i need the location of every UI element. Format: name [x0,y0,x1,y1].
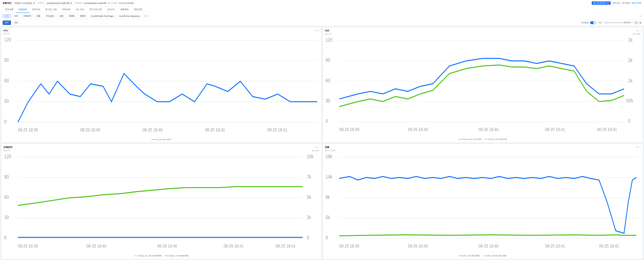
tab-more-btn[interactable]: ▼ [143,14,148,18]
top-nav: 诊断优化 TDSQL-C for MySQL ▼ 实例 ID cynosdbmy… [0,0,644,6]
menu-item-slow-sql[interactable]: 慢 SQL 分析 [43,6,60,13]
grid-view-icon[interactable]: ⊞ [639,21,642,24]
menu-item-exception[interactable]: 异常诊断 [2,6,16,13]
storage-chart-title: 存储使用 [3,146,12,149]
svg-text:09-25 18:41: 09-25 18:41 [267,127,287,132]
db-type-select[interactable]: TDSQL-C for MySQL ▼ [13,2,36,5]
storage-chart-area: 120 90 60 30 0 10k 7k 5k 2k 0 08-25 18:3… [3,152,319,254]
cpu-close-btn[interactable]: × [318,29,319,32]
svg-text:08-25 18:41: 08-25 18:41 [205,127,225,132]
access-value: 172.21.16.9:3306 [119,2,134,4]
event-log-link[interactable]: 邮件记录 [613,2,620,4]
auto-refresh-label: 自动刷新 [581,21,589,24]
svg-text:30: 30 [4,98,9,104]
svg-text:0: 0 [4,119,6,124]
memory-use-line [484,139,488,140]
cpu-chart-card: CPU ↺ × 单位 (%) 120 90 60 30 0 [1,27,321,142]
menu-item-report[interactable]: 报告设置 [132,6,145,13]
svg-text:08-25 18:40: 08-25 18:40 [80,127,100,132]
instance-id-select[interactable]: cynosdbmysql-ins-bj5rodfh ▼ [45,2,74,5]
menu-item-session[interactable]: 实时会话 [30,6,43,13]
traffic-refresh-btn[interactable]: ↺ [636,146,638,148]
svg-text:5k: 5k [326,214,330,220]
cpu-refresh-btn[interactable]: ↺ [315,29,317,32]
memory-legend-use: memory_use (内存占用) [484,138,507,140]
memory-rate-line [458,139,462,140]
svg-text:0: 0 [628,118,630,124]
svg-text:2k: 2k [628,37,633,43]
tab-innodb-buffer[interactable]: InnoDB Buffer Pool Pages [89,14,116,18]
svg-text:08-25 18:39: 08-25 18:39 [18,127,38,132]
svg-text:2k: 2k [628,57,633,63]
menu-item-autonomy[interactable]: 自治中心 [104,6,118,13]
svg-text:0: 0 [326,235,328,240]
realtime-btn[interactable]: 实时 [2,20,11,25]
svg-text:0: 0 [307,235,309,240]
memory-legend-rate: memory_use_rate (内存) [458,138,482,140]
svg-text:595: 595 [626,98,633,104]
tab-memory[interactable]: 内存 [12,14,20,18]
svg-text:08-25 18:41: 08-25 18:41 [276,243,296,249]
menu-item-sql-opt[interactable]: SQL 优化 [73,6,87,13]
menu-item-space[interactable]: 空间分析 [60,6,73,13]
traffic-chart-title: 流量 [325,146,329,149]
tab-slow-query[interactable]: 慢查询 [78,14,88,18]
tab-requests[interactable]: 请求数 [67,14,77,18]
svg-text:0: 0 [4,235,6,240]
tab-bar: CPU 内存 存储使用 流量 TPS/QPS 连接 请求数 慢查询 InnoDB… [0,13,644,20]
tab-innodb-row[interactable]: InnoDB Row Operations [117,14,142,18]
user-guide-link[interactable]: 用户指南 [622,2,630,4]
chart-link-toggle[interactable] [632,21,638,24]
cpu-chart-actions: ↺ × [315,29,319,32]
storage-use-line [165,256,168,256]
svg-text:30: 30 [4,214,9,220]
storage-chart-actions: ↺ × [315,146,319,148]
tab-connections[interactable]: 连接 [58,14,66,18]
contact-link[interactable]: 联系人管理 [632,2,642,4]
history-btn[interactable]: 历史 [12,21,20,25]
memory-svg: 120 90 60 30 0 2k 2k 1k 595 0 08-25 18:3… [325,36,641,137]
memory-chart-legend: memory_use_rate (内存) memory_use (内存占用) [325,138,641,140]
traffic-chart-card: 流量 ↺ × 单位 (字节/秒) 18k 14k 9k 5k 0 08-25 1… [323,144,643,259]
menu-item-performance[interactable]: 性能趋势 [16,6,30,13]
tab-bar-right: ⟳ [640,15,642,17]
memory-chart-title: 内存 [325,29,329,32]
tab-tps-qps[interactable]: TPS/QPS [44,14,56,18]
traffic-close-btn[interactable]: × [639,146,641,148]
traffic-sent-line [459,256,462,256]
menu-item-audit[interactable]: 审计日志分析 [87,6,104,13]
svg-text:90: 90 [4,174,9,180]
access-label: 接入点地址 [108,2,118,4]
storage-y-label-left: 单位 (%) [3,149,10,152]
storage-y-label-right: 单位 (MB) [312,149,319,152]
more-btn[interactable]: ··· [135,2,136,4]
tab-cpu[interactable]: CPU [2,14,11,18]
memory-refresh-btn[interactable]: ↺ [636,30,638,32]
svg-text:08-25 18:39: 08-25 18:39 [18,243,38,249]
storage-legend-rate: storage_use_rate (存储使用率) [134,254,162,257]
menu-item-health[interactable]: 健康报告 [118,6,132,13]
memory-close-btn[interactable]: × [639,30,641,32]
svg-text:08-25 18:40: 08-25 18:40 [408,127,428,132]
svg-text:08-25 18:41: 08-25 18:41 [545,127,565,132]
refresh-icon[interactable]: ⟳ [640,15,642,17]
interval-select[interactable]: 5秒 [597,21,603,24]
traffic-legend-recv: bytes_received (输入流量) [482,254,507,257]
storage-legend-use: storage_use (存储使用量) [165,254,189,257]
storage-refresh-btn[interactable]: ↺ [315,146,317,148]
top-nav-left: 诊断优化 TDSQL-C for MySQL ▼ 实例 ID cynosdbmy… [2,2,136,5]
svg-text:0: 0 [326,118,328,124]
storage-close-btn[interactable]: × [318,146,319,148]
menu-bar: 异常诊断 性能趋势 实时会话 慢 SQL 分析 空间分析 SQL 优化 审计日志… [0,6,644,13]
memory-chart-header: 内存 ↺ × [325,29,641,32]
svg-text:18k: 18k [326,154,332,159]
tab-traffic[interactable]: 流量 [34,14,42,18]
cpu-chart-header: CPU ↺ × [3,29,319,32]
tab-storage[interactable]: 存储使用 [21,14,33,18]
memory-y-label-right: 单位 (MB) [633,33,641,36]
auto-refresh-toggle[interactable] [590,21,596,24]
cpu-chart-area: 120 90 60 30 0 08-25 18:39 08-25 18:40 0… [3,35,319,138]
new-feature-btn[interactable]: 🔔 新功能速递 4 [592,2,611,5]
svg-text:1k: 1k [628,78,633,83]
memory-chart-area: 120 90 60 30 0 2k 2k 1k 595 0 08-25 18:3… [325,36,641,137]
